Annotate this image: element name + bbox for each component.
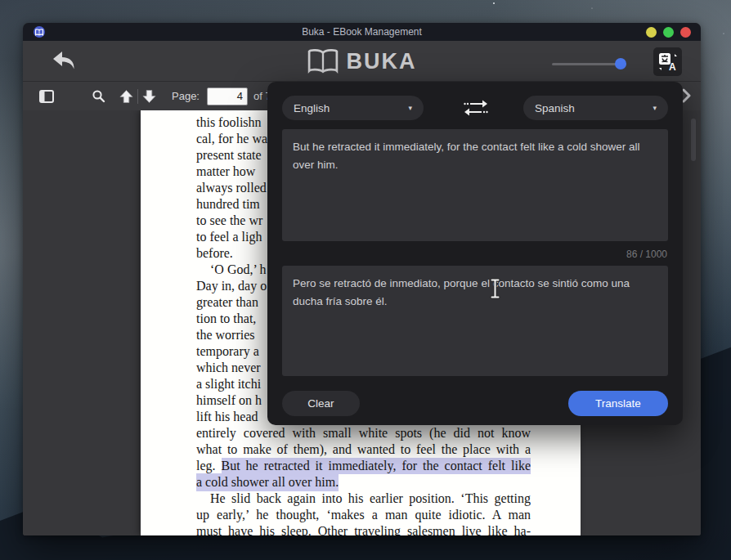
source-language-value: English — [294, 102, 330, 114]
search-button[interactable] — [92, 89, 105, 103]
target-language-value: Spanish — [535, 102, 575, 114]
titlebar: Buka - EBook Management — [23, 23, 701, 41]
chevron-down-icon: ▾ — [408, 104, 412, 112]
logo-text: BUKA — [347, 49, 417, 74]
scrollbar-thumb[interactable] — [691, 119, 696, 161]
sidebar-icon — [39, 90, 54, 103]
sidebar-toggle-button[interactable] — [39, 90, 54, 103]
translate-icon: A — [658, 52, 678, 72]
book-line: leg. But he retracted it immediately, fo… — [196, 458, 531, 474]
translate-button[interactable]: Translate — [568, 391, 668, 416]
previous-result-button[interactable] — [119, 89, 134, 104]
clear-button[interactable]: Clear — [282, 391, 360, 416]
zoom-slider-knob[interactable] — [615, 58, 626, 69]
window-controls — [646, 27, 691, 38]
minimize-button[interactable] — [646, 27, 657, 38]
search-icon — [92, 89, 105, 103]
open-book-icon — [307, 48, 339, 74]
maximize-button[interactable] — [663, 27, 674, 38]
book-line: up early,’ he thought, ‘makes a man quit… — [196, 507, 531, 523]
translated-text-area[interactable]: Pero se retractó de inmediato, porque el… — [282, 266, 668, 376]
target-language-select[interactable]: Spanish ▾ — [523, 96, 668, 120]
wallpaper-stars — [493, 2, 495, 4]
page-number-input[interactable] — [207, 87, 248, 105]
window-title: Buka - EBook Management — [23, 26, 701, 38]
header: BUKA A — [23, 41, 701, 82]
zoom-slider[interactable] — [552, 58, 626, 69]
source-text-area[interactable]: But he retracted it immediately, for the… — [282, 129, 668, 241]
app-icon — [34, 26, 45, 38]
chevron-down-icon: ▾ — [653, 104, 657, 112]
book-line: must have his sleep. Other traveling sal… — [196, 523, 531, 535]
book-line: He slid back again into his earlier posi… — [196, 491, 531, 507]
next-result-button[interactable] — [141, 89, 157, 104]
highlighted-text: a cold shower all over him. — [196, 473, 339, 491]
swap-languages-button[interactable] — [462, 96, 490, 119]
arrow-down-icon — [141, 89, 157, 104]
arrow-up-icon — [119, 89, 134, 104]
page-label: Page: — [172, 90, 200, 102]
svg-text:A: A — [669, 61, 676, 72]
chevron-right-icon — [682, 88, 691, 103]
source-language-select[interactable]: English ▾ — [282, 96, 424, 120]
translate-toggle-button[interactable]: A — [653, 47, 682, 76]
highlighted-text: But he retracted it immediately, for the… — [222, 458, 531, 474]
book-glyph — [35, 29, 43, 36]
character-counter: 86 / 1000 — [626, 249, 667, 260]
text-cursor — [489, 278, 501, 302]
toolbar-divider — [137, 89, 138, 104]
book-line: a cold shower all over him. — [196, 474, 531, 491]
close-button[interactable] — [680, 27, 691, 38]
next-page-button[interactable] — [682, 88, 691, 105]
translator-popup: English ▾ Spanish ▾ But he retracted it … — [267, 82, 683, 425]
book-line: what to make of them), and wanted to fee… — [196, 441, 531, 458]
swap-arrows-icon — [463, 97, 489, 119]
book-line: entirely covered with small white spots … — [196, 425, 531, 441]
